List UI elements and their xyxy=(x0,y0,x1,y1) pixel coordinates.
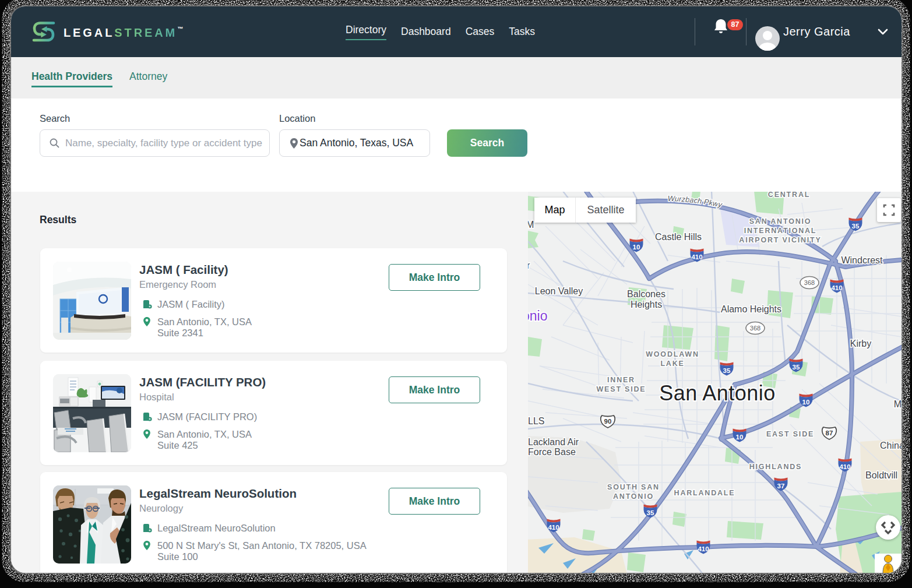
svg-text:368: 368 xyxy=(750,325,760,332)
svg-text:HARLANDALE: HARLANDALE xyxy=(674,489,735,497)
svg-text:410: 410 xyxy=(691,253,702,260)
svg-text:410: 410 xyxy=(831,284,842,291)
svg-text:AIRPORT VICINITY: AIRPORT VICINITY xyxy=(739,236,821,244)
svg-text:CENTRAL: CENTRAL xyxy=(768,192,810,199)
svg-text:WOODLAWN: WOODLAWN xyxy=(646,350,699,358)
svg-text:Force Base: Force Base xyxy=(528,447,576,457)
svg-text:35: 35 xyxy=(852,223,860,230)
svg-text:35: 35 xyxy=(793,364,800,371)
svg-text:Balcones: Balcones xyxy=(627,289,665,299)
svg-text:90: 90 xyxy=(604,418,612,425)
svg-text:INNER: INNER xyxy=(607,376,635,384)
svg-text:Kirby: Kirby xyxy=(850,339,871,348)
svg-text:San Antonio: San Antonio xyxy=(659,381,776,405)
svg-text:410: 410 xyxy=(548,524,559,531)
svg-text:onio: onio xyxy=(528,308,547,323)
svg-text:410: 410 xyxy=(839,463,850,470)
svg-text:10: 10 xyxy=(736,434,744,441)
svg-text:ANTONIO: ANTONIO xyxy=(613,492,654,501)
svg-text:10: 10 xyxy=(802,399,810,406)
svg-text:87: 87 xyxy=(826,429,833,436)
svg-text:10: 10 xyxy=(633,244,640,251)
svg-text:SOUTH SAN: SOUTH SAN xyxy=(607,483,660,491)
svg-text:35: 35 xyxy=(723,367,731,374)
svg-text:LAKE: LAKE xyxy=(660,360,684,368)
svg-text:LLS: LLS xyxy=(528,416,544,426)
svg-text:410: 410 xyxy=(698,545,709,552)
svg-text:Alamo Heights: Alamo Heights xyxy=(721,304,781,314)
svg-text:Windcrest: Windcrest xyxy=(841,255,883,265)
svg-text:M: M xyxy=(528,220,534,230)
svg-text:37: 37 xyxy=(777,483,785,490)
svg-text:Heights: Heights xyxy=(631,300,662,309)
svg-text:WEST SIDE: WEST SIDE xyxy=(597,385,646,393)
svg-text:SAN ANTONIO: SAN ANTONIO xyxy=(749,217,812,226)
svg-text:Leon Valley: Leon Valley xyxy=(535,286,583,296)
svg-text:Lackland Air: Lackland Air xyxy=(528,437,579,447)
svg-text:Castle Hills: Castle Hills xyxy=(655,232,702,242)
svg-text:China: China xyxy=(880,441,902,450)
svg-text:368: 368 xyxy=(804,279,815,286)
svg-text:HIGHLANDS: HIGHLANDS xyxy=(749,463,802,471)
svg-text:Boldtvill: Boldtvill xyxy=(865,470,897,480)
svg-text:M: M xyxy=(894,399,902,409)
svg-text:INTERNATIONAL: INTERNATIONAL xyxy=(744,227,817,235)
svg-text:EAST SIDE: EAST SIDE xyxy=(766,430,814,438)
svg-text:35: 35 xyxy=(647,509,654,516)
